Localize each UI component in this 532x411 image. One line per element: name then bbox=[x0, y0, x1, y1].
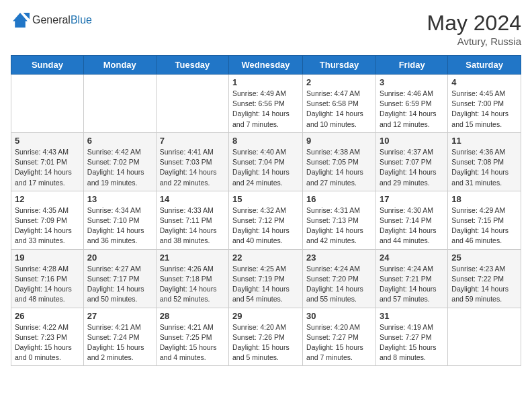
logo-blue-text: Blue bbox=[71, 14, 92, 26]
day-number: 5 bbox=[15, 136, 80, 146]
day-info: Sunrise: 4:21 AMSunset: 7:25 PMDaylight:… bbox=[160, 322, 225, 363]
day-cell bbox=[156, 75, 228, 133]
day-cell: 17Sunrise: 4:30 AMSunset: 7:14 PMDayligh… bbox=[375, 191, 447, 249]
day-cell: 1Sunrise: 4:49 AMSunset: 6:56 PMDaylight… bbox=[229, 75, 303, 133]
day-number: 17 bbox=[380, 194, 444, 204]
day-number: 8 bbox=[232, 136, 299, 146]
day-number: 9 bbox=[306, 136, 372, 146]
day-number: 16 bbox=[306, 194, 372, 204]
day-number: 24 bbox=[380, 253, 444, 263]
day-cell: 16Sunrise: 4:31 AMSunset: 7:13 PMDayligh… bbox=[303, 191, 376, 249]
day-info: Sunrise: 4:22 AMSunset: 7:23 PMDaylight:… bbox=[15, 322, 80, 363]
day-cell: 5Sunrise: 4:43 AMSunset: 7:01 PMDaylight… bbox=[11, 132, 84, 191]
day-info: Sunrise: 4:40 AMSunset: 7:04 PMDaylight:… bbox=[232, 147, 299, 188]
day-info: Sunrise: 4:29 AMSunset: 7:15 PMDaylight:… bbox=[451, 205, 517, 246]
day-info: Sunrise: 4:24 AMSunset: 7:20 PMDaylight:… bbox=[306, 264, 372, 305]
day-cell bbox=[11, 75, 84, 133]
day-cell: 11Sunrise: 4:36 AMSunset: 7:08 PMDayligh… bbox=[448, 132, 521, 191]
day-info: Sunrise: 4:32 AMSunset: 7:12 PMDaylight:… bbox=[232, 205, 299, 246]
day-info: Sunrise: 4:25 AMSunset: 7:19 PMDaylight:… bbox=[232, 264, 299, 305]
week-row-3: 12Sunrise: 4:35 AMSunset: 7:09 PMDayligh… bbox=[11, 191, 521, 249]
day-number: 3 bbox=[380, 77, 444, 87]
day-cell: 4Sunrise: 4:45 AMSunset: 7:00 PMDaylight… bbox=[448, 75, 521, 133]
day-number: 7 bbox=[160, 136, 225, 146]
location: Avtury, Russia bbox=[427, 36, 521, 47]
day-cell: 24Sunrise: 4:24 AMSunset: 7:21 PMDayligh… bbox=[375, 249, 447, 308]
day-info: Sunrise: 4:30 AMSunset: 7:14 PMDaylight:… bbox=[380, 205, 444, 246]
day-cell: 13Sunrise: 4:34 AMSunset: 7:10 PMDayligh… bbox=[83, 191, 156, 249]
calendar-header-row: SundayMondayTuesdayWednesdayThursdayFrid… bbox=[11, 56, 521, 75]
day-cell: 12Sunrise: 4:35 AMSunset: 7:09 PMDayligh… bbox=[11, 191, 84, 249]
day-number: 21 bbox=[160, 253, 225, 263]
day-cell: 22Sunrise: 4:25 AMSunset: 7:19 PMDayligh… bbox=[229, 249, 303, 308]
day-cell: 25Sunrise: 4:23 AMSunset: 7:22 PMDayligh… bbox=[448, 249, 521, 308]
logo-icon bbox=[11, 11, 30, 30]
day-info: Sunrise: 4:41 AMSunset: 7:03 PMDaylight:… bbox=[160, 147, 225, 188]
col-header-saturday: Saturday bbox=[448, 56, 521, 75]
day-number: 30 bbox=[306, 311, 372, 321]
day-cell: 26Sunrise: 4:22 AMSunset: 7:23 PMDayligh… bbox=[11, 308, 84, 366]
day-number: 29 bbox=[232, 311, 299, 321]
day-info: Sunrise: 4:36 AMSunset: 7:08 PMDaylight:… bbox=[451, 147, 517, 188]
day-number: 18 bbox=[451, 194, 517, 204]
day-number: 23 bbox=[306, 253, 372, 263]
col-header-thursday: Thursday bbox=[303, 56, 376, 75]
day-number: 1 bbox=[232, 77, 299, 87]
day-number: 19 bbox=[15, 253, 80, 263]
day-info: Sunrise: 4:23 AMSunset: 7:22 PMDaylight:… bbox=[451, 264, 517, 305]
day-cell: 30Sunrise: 4:20 AMSunset: 7:27 PMDayligh… bbox=[303, 308, 376, 366]
day-number: 10 bbox=[380, 136, 444, 146]
day-info: Sunrise: 4:24 AMSunset: 7:21 PMDaylight:… bbox=[380, 264, 444, 305]
day-number: 26 bbox=[15, 311, 80, 321]
day-cell: 18Sunrise: 4:29 AMSunset: 7:15 PMDayligh… bbox=[448, 191, 521, 249]
day-number: 2 bbox=[306, 77, 372, 87]
day-cell: 31Sunrise: 4:19 AMSunset: 7:27 PMDayligh… bbox=[375, 308, 447, 366]
day-info: Sunrise: 4:34 AMSunset: 7:10 PMDaylight:… bbox=[87, 205, 152, 246]
day-cell: 28Sunrise: 4:21 AMSunset: 7:25 PMDayligh… bbox=[156, 308, 228, 366]
day-info: Sunrise: 4:49 AMSunset: 6:56 PMDaylight:… bbox=[232, 89, 299, 130]
col-header-friday: Friday bbox=[375, 56, 447, 75]
day-cell: 23Sunrise: 4:24 AMSunset: 7:20 PMDayligh… bbox=[303, 249, 376, 308]
day-number: 14 bbox=[160, 194, 225, 204]
day-info: Sunrise: 4:31 AMSunset: 7:13 PMDaylight:… bbox=[306, 205, 372, 246]
day-cell: 9Sunrise: 4:38 AMSunset: 7:05 PMDaylight… bbox=[303, 132, 376, 191]
day-info: Sunrise: 4:28 AMSunset: 7:16 PMDaylight:… bbox=[15, 264, 80, 305]
day-number: 22 bbox=[232, 253, 299, 263]
col-header-wednesday: Wednesday bbox=[229, 56, 303, 75]
day-info: Sunrise: 4:35 AMSunset: 7:09 PMDaylight:… bbox=[15, 205, 80, 246]
day-info: Sunrise: 4:37 AMSunset: 7:07 PMDaylight:… bbox=[380, 147, 444, 188]
day-info: Sunrise: 4:19 AMSunset: 7:27 PMDaylight:… bbox=[380, 322, 444, 363]
week-row-2: 5Sunrise: 4:43 AMSunset: 7:01 PMDaylight… bbox=[11, 132, 521, 191]
day-info: Sunrise: 4:38 AMSunset: 7:05 PMDaylight:… bbox=[306, 147, 372, 188]
day-cell: 3Sunrise: 4:46 AMSunset: 6:59 PMDaylight… bbox=[375, 75, 447, 133]
title-block: May 2024 Avtury, Russia bbox=[427, 11, 521, 47]
day-info: Sunrise: 4:26 AMSunset: 7:18 PMDaylight:… bbox=[160, 264, 225, 305]
col-header-tuesday: Tuesday bbox=[156, 56, 228, 75]
day-number: 13 bbox=[87, 194, 152, 204]
day-info: Sunrise: 4:27 AMSunset: 7:17 PMDaylight:… bbox=[87, 264, 152, 305]
day-info: Sunrise: 4:46 AMSunset: 6:59 PMDaylight:… bbox=[380, 89, 444, 130]
day-cell: 2Sunrise: 4:47 AMSunset: 6:58 PMDaylight… bbox=[303, 75, 376, 133]
day-number: 11 bbox=[451, 136, 517, 146]
logo-general-text: General bbox=[32, 14, 71, 26]
page-header: GeneralBlue May 2024 Avtury, Russia bbox=[11, 11, 521, 47]
day-info: Sunrise: 4:45 AMSunset: 7:00 PMDaylight:… bbox=[451, 89, 517, 130]
calendar-table: SundayMondayTuesdayWednesdayThursdayFrid… bbox=[11, 55, 521, 366]
day-info: Sunrise: 4:33 AMSunset: 7:11 PMDaylight:… bbox=[160, 205, 225, 246]
month-title: May 2024 bbox=[427, 11, 521, 36]
day-cell: 29Sunrise: 4:20 AMSunset: 7:26 PMDayligh… bbox=[229, 308, 303, 366]
day-number: 6 bbox=[87, 136, 152, 146]
day-cell bbox=[83, 75, 156, 133]
day-info: Sunrise: 4:43 AMSunset: 7:01 PMDaylight:… bbox=[15, 147, 80, 188]
day-cell: 7Sunrise: 4:41 AMSunset: 7:03 PMDaylight… bbox=[156, 132, 228, 191]
day-info: Sunrise: 4:20 AMSunset: 7:27 PMDaylight:… bbox=[306, 322, 372, 363]
week-row-5: 26Sunrise: 4:22 AMSunset: 7:23 PMDayligh… bbox=[11, 308, 521, 366]
day-cell: 21Sunrise: 4:26 AMSunset: 7:18 PMDayligh… bbox=[156, 249, 228, 308]
day-info: Sunrise: 4:47 AMSunset: 6:58 PMDaylight:… bbox=[306, 89, 372, 130]
col-header-sunday: Sunday bbox=[11, 56, 84, 75]
week-row-4: 19Sunrise: 4:28 AMSunset: 7:16 PMDayligh… bbox=[11, 249, 521, 308]
day-number: 31 bbox=[380, 311, 444, 321]
logo: GeneralBlue bbox=[11, 11, 92, 30]
day-info: Sunrise: 4:21 AMSunset: 7:24 PMDaylight:… bbox=[87, 322, 152, 363]
day-number: 12 bbox=[15, 194, 80, 204]
